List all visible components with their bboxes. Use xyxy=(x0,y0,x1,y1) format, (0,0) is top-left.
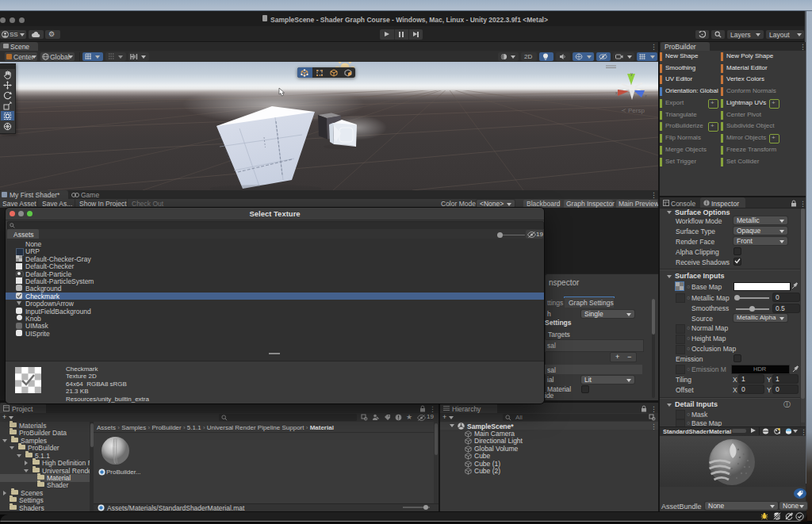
svg-text:y: y xyxy=(630,71,633,76)
svg-text:x: x xyxy=(615,90,618,95)
svg-text:z: z xyxy=(645,94,647,98)
